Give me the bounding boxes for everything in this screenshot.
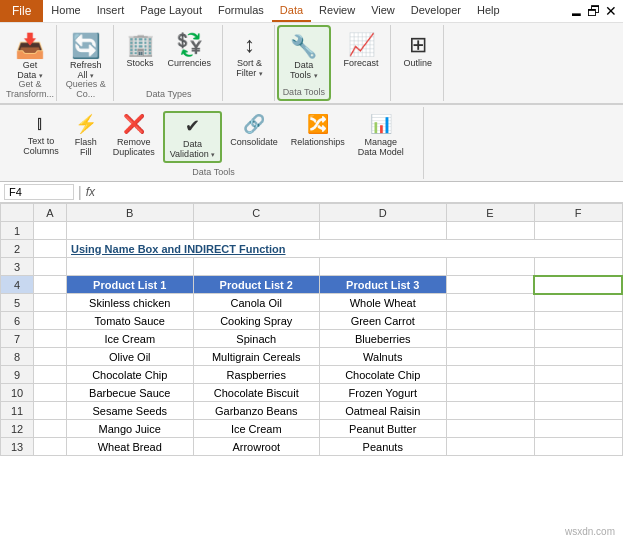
cell-a4[interactable] [34, 276, 67, 294]
cell-e4[interactable] [446, 276, 534, 294]
cell-f9[interactable] [534, 366, 622, 384]
flash-fill-button[interactable]: ⚡ FlashFill [67, 111, 105, 159]
close-icon[interactable]: ✕ [605, 3, 617, 19]
tab-page-layout[interactable]: Page Layout [132, 0, 210, 22]
cell-c11[interactable]: Garbanzo Beans [193, 402, 320, 420]
col-header-f[interactable]: F [534, 204, 622, 222]
cell-a13[interactable] [34, 438, 67, 456]
stocks-button[interactable]: 🏢 Stocks [122, 29, 159, 71]
cell-f4[interactable] [534, 276, 622, 294]
cell-b10[interactable]: Barbecue Sauce [67, 384, 194, 402]
cell-c13[interactable]: Arrowroot [193, 438, 320, 456]
cell-d11[interactable]: Oatmeal Raisin [320, 402, 447, 420]
name-box[interactable] [4, 184, 74, 200]
cell-f13[interactable] [534, 438, 622, 456]
cell-f11[interactable] [534, 402, 622, 420]
cell-d4[interactable]: Product List 3 [320, 276, 447, 294]
manage-data-model-button[interactable]: 📊 ManageData Model [353, 111, 409, 159]
cell-d5[interactable]: Whole Wheat [320, 294, 447, 312]
minimize-icon[interactable]: 🗕 [569, 3, 583, 19]
file-tab[interactable]: File [0, 0, 43, 22]
cell-a7[interactable] [34, 330, 67, 348]
cell-e10[interactable] [446, 384, 534, 402]
cell-b13[interactable]: Wheat Bread [67, 438, 194, 456]
col-header-c[interactable]: C [193, 204, 320, 222]
cell-e11[interactable] [446, 402, 534, 420]
cell-e13[interactable] [446, 438, 534, 456]
tab-review[interactable]: Review [311, 0, 363, 22]
cell-e1[interactable] [446, 222, 534, 240]
cell-d10[interactable]: Frozen Yogurt [320, 384, 447, 402]
cell-a5[interactable] [34, 294, 67, 312]
cell-d6[interactable]: Green Carrot [320, 312, 447, 330]
text-to-columns-button[interactable]: ⫿ Text toColumns [18, 111, 64, 158]
cell-b3[interactable] [67, 258, 194, 276]
cell-c6[interactable]: Cooking Spray [193, 312, 320, 330]
cell-b6[interactable]: Tomato Sauce [67, 312, 194, 330]
col-header-b[interactable]: B [67, 204, 194, 222]
consolidate-button[interactable]: 🔗 Consolidate [225, 111, 283, 149]
relationships-button[interactable]: 🔀 Relationships [286, 111, 350, 149]
cell-f1[interactable] [534, 222, 622, 240]
cell-c5[interactable]: Canola Oil [193, 294, 320, 312]
refresh-all-button[interactable]: 🔄 RefreshAll ▾ [65, 29, 107, 83]
tab-view[interactable]: View [363, 0, 403, 22]
formula-input[interactable] [99, 185, 619, 199]
col-header-d[interactable]: D [320, 204, 447, 222]
data-tools-button[interactable]: 🔧 DataTools ▾ [285, 31, 323, 83]
cell-d12[interactable]: Peanut Butter [320, 420, 447, 438]
tab-developer[interactable]: Developer [403, 0, 469, 22]
cell-f7[interactable] [534, 330, 622, 348]
cell-c4[interactable]: Product List 2 [193, 276, 320, 294]
cell-a10[interactable] [34, 384, 67, 402]
tab-data[interactable]: Data [272, 0, 311, 22]
cell-a3[interactable] [34, 258, 67, 276]
cell-d13[interactable]: Peanuts [320, 438, 447, 456]
cell-b8[interactable]: Olive Oil [67, 348, 194, 366]
cell-b2-title[interactable]: Using Name Box and INDIRECT Function [67, 240, 623, 258]
cell-c10[interactable]: Chocolate Biscuit [193, 384, 320, 402]
restore-icon[interactable]: 🗗 [587, 3, 601, 19]
cell-a8[interactable] [34, 348, 67, 366]
cell-a2[interactable] [34, 240, 67, 258]
cell-c7[interactable]: Spinach [193, 330, 320, 348]
cell-c9[interactable]: Raspberries [193, 366, 320, 384]
data-validation-button[interactable]: ✔ DataValidation ▾ [163, 111, 222, 163]
cell-e9[interactable] [446, 366, 534, 384]
cell-b7[interactable]: Ice Cream [67, 330, 194, 348]
forecast-button[interactable]: 📈 Forecast [339, 29, 384, 71]
sort-filter-button[interactable]: ↕️ Sort &Filter ▾ [231, 29, 268, 81]
cell-b11[interactable]: Sesame Seeds [67, 402, 194, 420]
cell-f5[interactable] [534, 294, 622, 312]
tab-home[interactable]: Home [43, 0, 88, 22]
cell-d1[interactable] [320, 222, 447, 240]
cell-c1[interactable] [193, 222, 320, 240]
col-header-e[interactable]: E [446, 204, 534, 222]
cell-a12[interactable] [34, 420, 67, 438]
cell-b9[interactable]: Chocolate Chip [67, 366, 194, 384]
cell-a9[interactable] [34, 366, 67, 384]
cell-d3[interactable] [320, 258, 447, 276]
cell-f8[interactable] [534, 348, 622, 366]
cell-e7[interactable] [446, 330, 534, 348]
tab-insert[interactable]: Insert [89, 0, 133, 22]
cell-a11[interactable] [34, 402, 67, 420]
cell-b5[interactable]: Skinless chicken [67, 294, 194, 312]
cell-d8[interactable]: Walnuts [320, 348, 447, 366]
cell-b12[interactable]: Mango Juice [67, 420, 194, 438]
currencies-button[interactable]: 💱 Currencies [163, 29, 217, 71]
tab-help[interactable]: Help [469, 0, 508, 22]
cell-c12[interactable]: Ice Cream [193, 420, 320, 438]
cell-e6[interactable] [446, 312, 534, 330]
cell-e3[interactable] [446, 258, 534, 276]
cell-a1[interactable] [34, 222, 67, 240]
tab-formulas[interactable]: Formulas [210, 0, 272, 22]
cell-f6[interactable] [534, 312, 622, 330]
cell-a6[interactable] [34, 312, 67, 330]
col-header-a[interactable]: A [34, 204, 67, 222]
get-data-button[interactable]: 📥 GetData ▾ [10, 29, 50, 83]
cell-f10[interactable] [534, 384, 622, 402]
remove-duplicates-button[interactable]: ❌ RemoveDuplicates [108, 111, 160, 159]
cell-d9[interactable]: Chocolate Chip [320, 366, 447, 384]
cell-b1[interactable] [67, 222, 194, 240]
